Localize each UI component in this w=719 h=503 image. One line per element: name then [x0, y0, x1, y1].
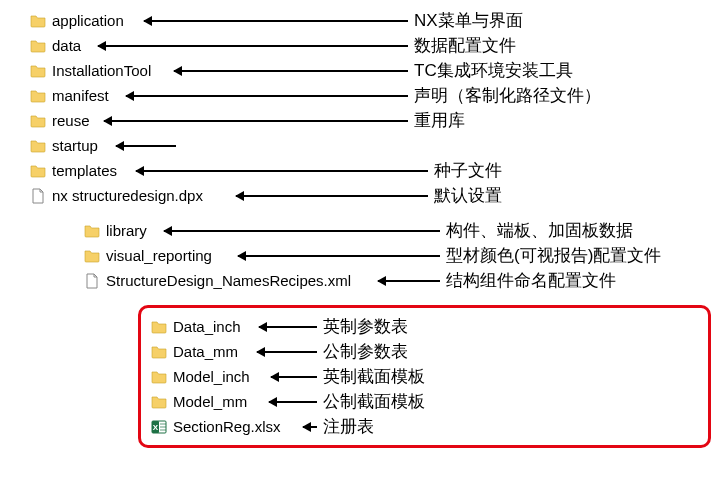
folder-icon: [30, 88, 46, 104]
item-name: data: [52, 37, 88, 54]
item-description: 构件、端板、加固板数据: [446, 219, 633, 242]
arrow-left-icon: [271, 376, 317, 378]
item-description: NX菜单与界面: [414, 9, 523, 32]
item-name: visual_reporting: [106, 247, 228, 264]
folder-icon: [84, 223, 100, 239]
tree-row: manifest声明（客制化路径文件）: [30, 83, 710, 108]
folder-icon: [30, 38, 46, 54]
item-name: Model_inch: [173, 368, 261, 385]
item-name: SectionReg.xlsx: [173, 418, 293, 435]
item-name: application: [52, 12, 134, 29]
arrow-left-icon: [378, 280, 440, 282]
folder-icon: [151, 344, 167, 360]
item-name: StructureDesign_NamesRecipes.xml: [106, 272, 368, 289]
folder-icon: [30, 113, 46, 129]
folder-icon: [30, 13, 46, 29]
arrow-left-icon: [136, 170, 428, 172]
arrow-left-icon: [116, 145, 176, 147]
item-description: 公制截面模板: [323, 390, 425, 413]
folder-icon: [151, 369, 167, 385]
arrow-left-icon: [238, 255, 440, 257]
item-name: reuse: [52, 112, 94, 129]
tree-row: Data_inch英制参数表: [151, 314, 571, 339]
tree-row: nx structuredesign.dpx默认设置: [30, 183, 710, 208]
tree-row: visual_reporting型材颜色(可视报告)配置文件: [84, 243, 710, 268]
tree-row: templates种子文件: [30, 158, 710, 183]
item-description: TC集成环境安装工具: [414, 59, 573, 82]
arrow-left-icon: [303, 426, 317, 428]
tree-row: XSectionReg.xlsx注册表: [151, 414, 571, 439]
item-name: Data_inch: [173, 318, 249, 335]
item-name: templates: [52, 162, 126, 179]
tree-row: data数据配置文件: [30, 33, 710, 58]
tree-row: Model_inch英制截面模板: [151, 364, 571, 389]
folder-icon: [30, 163, 46, 179]
item-description: 默认设置: [434, 184, 502, 207]
item-name: library: [106, 222, 154, 239]
item-description: 型材颜色(可视报告)配置文件: [446, 244, 661, 267]
arrow-left-icon: [98, 45, 408, 47]
arrow-left-icon: [164, 230, 440, 232]
item-description: 英制参数表: [323, 315, 408, 338]
item-name: InstallationTool: [52, 62, 164, 79]
folder-icon: [84, 248, 100, 264]
folder-icon: [151, 319, 167, 335]
item-name: startup: [52, 137, 106, 154]
excel-icon: X: [151, 419, 167, 435]
tree-row: InstallationToolTC集成环境安装工具: [30, 58, 710, 83]
file-icon: [84, 273, 100, 289]
item-description: 公制参数表: [323, 340, 408, 363]
svg-text:X: X: [153, 423, 159, 432]
tree-row: StructureDesign_NamesRecipes.xml结构组件命名配置…: [84, 268, 710, 293]
tree-row: reuse重用库: [30, 108, 710, 133]
arrow-left-icon: [236, 195, 428, 197]
item-description: 重用库: [414, 109, 465, 132]
arrow-left-icon: [104, 120, 408, 122]
item-description: 数据配置文件: [414, 34, 516, 57]
item-description: 英制截面模板: [323, 365, 425, 388]
arrow-left-icon: [174, 70, 408, 72]
item-description: 种子文件: [434, 159, 502, 182]
folder-icon: [151, 394, 167, 410]
item-description: 结构组件命名配置文件: [446, 269, 616, 292]
arrow-left-icon: [144, 20, 408, 22]
tree-row: library构件、端板、加固板数据: [84, 218, 710, 243]
tree-row: startup: [30, 133, 710, 158]
tree-row: Model_mm公制截面模板: [151, 389, 571, 414]
file-icon: [30, 188, 46, 204]
tree-row: Data_mm公制参数表: [151, 339, 571, 364]
item-name: Data_mm: [173, 343, 247, 360]
tree-row: applicationNX菜单与界面: [30, 8, 710, 33]
folder-icon: [30, 138, 46, 154]
folder-icon: [30, 63, 46, 79]
arrow-left-icon: [259, 326, 317, 328]
item-description: 声明（客制化路径文件）: [414, 84, 601, 107]
item-name: Model_mm: [173, 393, 259, 410]
item-name: manifest: [52, 87, 116, 104]
arrow-left-icon: [257, 351, 317, 353]
item-description: 注册表: [323, 415, 374, 438]
arrow-left-icon: [269, 401, 317, 403]
item-name: nx structuredesign.dpx: [52, 187, 226, 204]
arrow-left-icon: [126, 95, 408, 97]
